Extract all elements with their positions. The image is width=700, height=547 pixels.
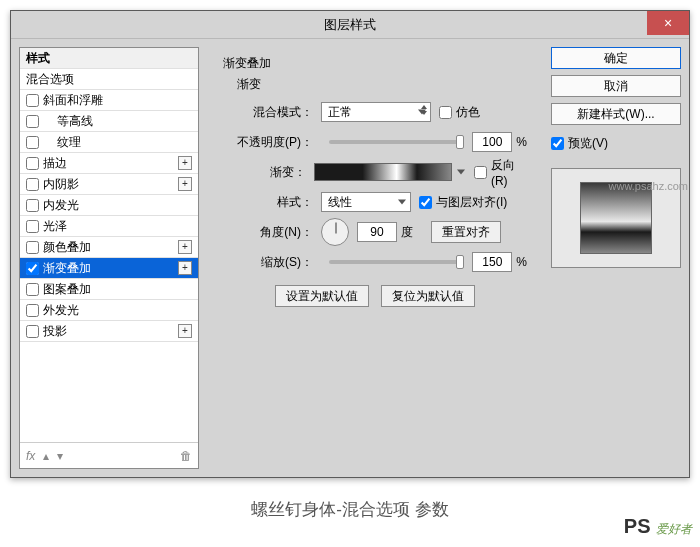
blend-mode-label: 混合模式： [223, 104, 313, 121]
reverse-checkbox[interactable]: 反向(R) [474, 157, 527, 188]
arrow-down-icon: ▾ [57, 449, 63, 463]
style-row-9[interactable]: 图案叠加 [20, 279, 198, 300]
style-checkbox[interactable] [26, 262, 39, 275]
align-checkbox[interactable]: 与图层对齐(I) [419, 194, 507, 211]
trash-icon[interactable]: 🗑 [180, 449, 192, 463]
style-row-8[interactable]: 渐变叠加+ [20, 258, 198, 279]
styles-header[interactable]: 样式 [20, 48, 198, 69]
fx-menu-icon[interactable]: fx [26, 449, 35, 463]
style-row-0[interactable]: 斜面和浮雕 [20, 90, 198, 111]
styles-footer: fx ▴ ▾ 🗑 [20, 442, 198, 468]
style-checkbox[interactable] [26, 241, 39, 254]
plus-icon[interactable]: + [178, 324, 192, 338]
section-title: 渐变叠加 [223, 55, 527, 72]
ok-button[interactable]: 确定 [551, 47, 681, 69]
angle-label: 角度(N)： [223, 224, 313, 241]
style-checkbox[interactable] [26, 199, 39, 212]
plus-icon[interactable]: + [178, 261, 192, 275]
layer-style-dialog: 图层样式 × 样式 混合选项 斜面和浮雕等高线纹理描边+内阴影+内发光光泽颜色叠… [10, 10, 690, 478]
style-row-3[interactable]: 描边+ [20, 153, 198, 174]
titlebar[interactable]: 图层样式 × [11, 11, 689, 39]
blend-mode-select[interactable]: 正常 [321, 102, 431, 122]
plus-icon[interactable]: + [178, 156, 192, 170]
scale-slider[interactable] [329, 260, 464, 264]
gradient-label: 渐变： [223, 164, 306, 181]
style-row-5[interactable]: 内发光 [20, 195, 198, 216]
style-label: 投影 [43, 323, 67, 340]
style-label: 颜色叠加 [43, 239, 91, 256]
style-checkbox[interactable] [26, 136, 39, 149]
style-label: 图案叠加 [43, 281, 91, 298]
plus-icon[interactable]: + [178, 177, 192, 191]
set-default-button[interactable]: 设置为默认值 [275, 285, 369, 307]
styles-list: 样式 混合选项 斜面和浮雕等高线纹理描边+内阴影+内发光光泽颜色叠加+渐变叠加+… [20, 48, 198, 442]
new-style-button[interactable]: 新建样式(W)... [551, 103, 681, 125]
style-label: 描边 [43, 155, 67, 172]
style-select[interactable]: 线性 [321, 192, 411, 212]
style-checkbox[interactable] [26, 283, 39, 296]
options-panel: 渐变叠加 渐变 混合模式： 正常 仿色 不透明度(P)： % 渐变： 反向(R)… [207, 47, 543, 469]
style-label: 光泽 [43, 218, 67, 235]
right-panel: 确定 取消 新建样式(W)... 预览(V) [551, 47, 681, 469]
style-label: 内发光 [43, 197, 79, 214]
reset-align-button[interactable]: 重置对齐 [431, 221, 501, 243]
style-checkbox[interactable] [26, 157, 39, 170]
style-label: 外发光 [43, 302, 79, 319]
style-label: 样式： [223, 194, 313, 211]
style-row-2[interactable]: 纹理 [20, 132, 198, 153]
angle-input[interactable] [357, 222, 397, 242]
style-checkbox[interactable] [26, 220, 39, 233]
preview-checkbox[interactable]: 预览(V) [551, 135, 681, 152]
reset-default-button[interactable]: 复位为默认值 [381, 285, 475, 307]
caption: 螺丝钉身体-混合选项 参数 [10, 498, 690, 521]
style-checkbox[interactable] [26, 94, 39, 107]
style-row-1[interactable]: 等高线 [20, 111, 198, 132]
style-row-11[interactable]: 投影+ [20, 321, 198, 342]
angle-dial[interactable] [321, 218, 349, 246]
style-checkbox[interactable] [26, 325, 39, 338]
style-checkbox[interactable] [26, 115, 39, 128]
style-label: 渐变叠加 [43, 260, 91, 277]
dialog-title: 图层样式 [324, 16, 376, 34]
style-checkbox[interactable] [26, 178, 39, 191]
style-row-10[interactable]: 外发光 [20, 300, 198, 321]
dither-checkbox[interactable]: 仿色 [439, 104, 480, 121]
cancel-button[interactable]: 取消 [551, 75, 681, 97]
opacity-input[interactable] [472, 132, 512, 152]
style-label: 内阴影 [43, 176, 79, 193]
gradient-picker[interactable] [314, 163, 452, 181]
styles-panel: 样式 混合选项 斜面和浮雕等高线纹理描边+内阴影+内发光光泽颜色叠加+渐变叠加+… [19, 47, 199, 469]
style-row-7[interactable]: 颜色叠加+ [20, 237, 198, 258]
sub-title: 渐变 [237, 76, 527, 93]
style-label: 等高线 [57, 113, 93, 130]
plus-icon[interactable]: + [178, 240, 192, 254]
scale-label: 缩放(S)： [223, 254, 313, 271]
style-label: 纹理 [57, 134, 81, 151]
blending-options-row[interactable]: 混合选项 [20, 69, 198, 90]
scale-input[interactable] [472, 252, 512, 272]
watermark-url: www.psahz.com [609, 180, 688, 192]
close-button[interactable]: × [647, 11, 689, 35]
style-checkbox[interactable] [26, 304, 39, 317]
watermark-logo: PS 爱好者 [624, 513, 692, 539]
style-label: 斜面和浮雕 [43, 92, 103, 109]
opacity-slider[interactable] [329, 140, 464, 144]
preview-swatch [580, 182, 652, 254]
arrow-up-icon: ▴ [43, 449, 49, 463]
style-row-6[interactable]: 光泽 [20, 216, 198, 237]
opacity-label: 不透明度(P)： [223, 134, 313, 151]
style-row-4[interactable]: 内阴影+ [20, 174, 198, 195]
